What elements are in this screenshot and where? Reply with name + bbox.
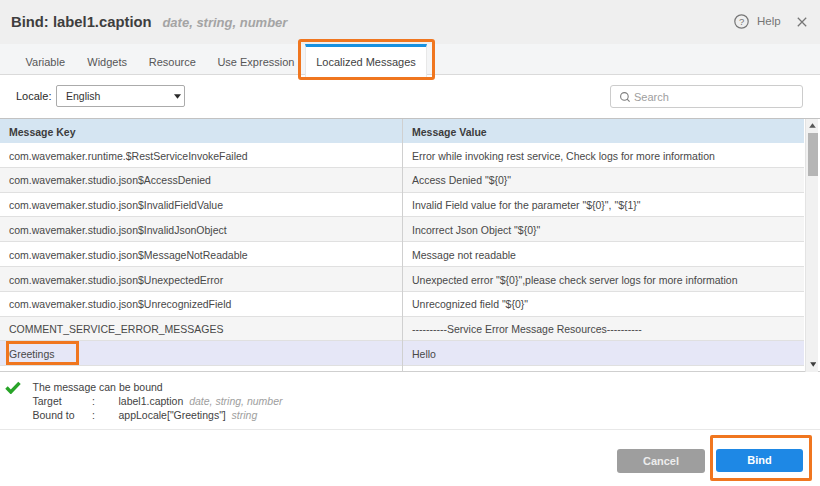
svg-text:?: ? [739,16,744,27]
